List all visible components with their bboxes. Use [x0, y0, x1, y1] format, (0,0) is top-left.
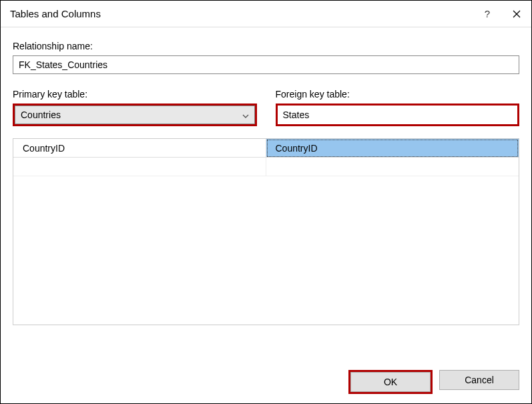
columns-area: CountryID CountryID — [13, 138, 519, 325]
ok-highlight: OK — [348, 370, 433, 394]
cancel-button[interactable]: Cancel — [439, 370, 519, 390]
foreign-key-table-label: Foreign key table: — [276, 89, 520, 99]
primary-key-table-dropdown[interactable]: Countries — [15, 106, 255, 124]
primary-key-table-value: Countries — [21, 110, 61, 120]
primary-columns-list[interactable]: CountryID — [13, 139, 266, 325]
close-icon — [513, 10, 521, 18]
tables-row: Primary key table: Countries Foreign key… — [13, 89, 519, 126]
primary-key-col: Primary key table: Countries — [13, 89, 257, 126]
foreign-column-empty[interactable] — [266, 158, 519, 176]
foreign-column-cell[interactable]: CountryID — [266, 139, 519, 158]
primary-key-highlight: Countries — [13, 104, 257, 126]
dialog-content: Relationship name: Primary key table: Co… — [1, 27, 531, 403]
foreign-key-highlight: States — [276, 104, 520, 126]
foreign-columns-list[interactable]: CountryID — [266, 139, 519, 325]
ok-button[interactable]: OK — [350, 372, 431, 392]
dialog-footer: OK Cancel — [13, 361, 519, 394]
relationship-name-input[interactable] — [13, 55, 519, 74]
chevron-down-icon — [242, 110, 249, 120]
titlebar: Tables and Columns ? — [1, 1, 531, 27]
titlebar-controls: ? — [473, 1, 531, 27]
primary-key-table-label: Primary key table: — [13, 89, 257, 99]
dialog-title: Tables and Columns — [10, 8, 473, 19]
foreign-key-table-value: States — [278, 106, 518, 124]
relationship-name-label: Relationship name: — [13, 41, 519, 51]
help-button[interactable]: ? — [473, 1, 502, 27]
primary-column-cell[interactable]: CountryID — [13, 139, 266, 158]
close-button[interactable] — [502, 1, 531, 27]
foreign-key-col: Foreign key table: States — [276, 89, 520, 126]
primary-column-empty[interactable] — [13, 158, 266, 176]
